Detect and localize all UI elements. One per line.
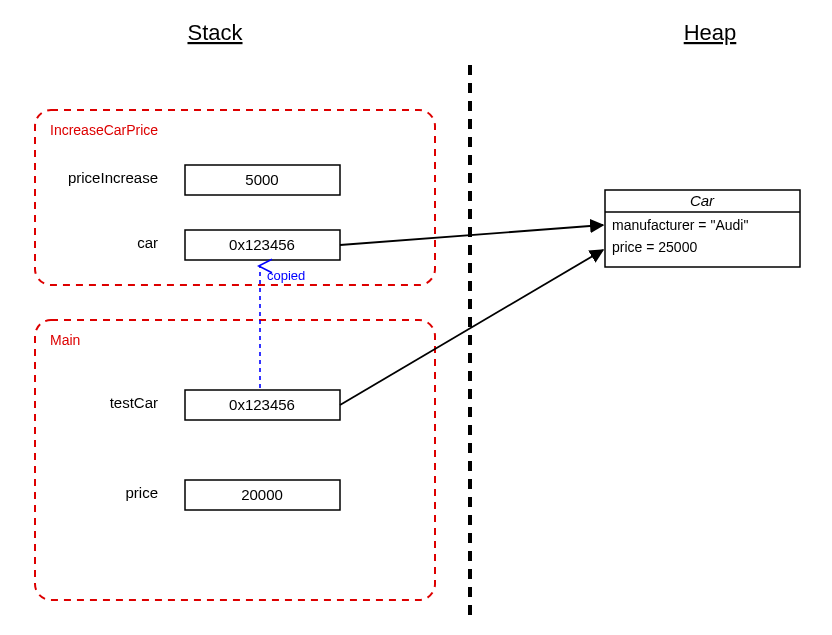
heap-object-field-1: price = 25000	[612, 239, 697, 255]
heap-title: Heap	[684, 20, 737, 45]
var-priceincrease-label: priceIncrease	[68, 169, 158, 186]
var-testcar-value: 0x123456	[229, 396, 295, 413]
var-car-value: 0x123456	[229, 236, 295, 253]
heap-object-car: Car manufacturer = "Audi" price = 25000	[605, 190, 800, 267]
var-car-label: car	[137, 234, 158, 251]
copied-label: copied	[267, 268, 305, 283]
frame-increasecarprice-label: IncreaseCarPrice	[50, 122, 158, 138]
pointer-testcar-to-heap	[340, 250, 603, 405]
frame-main	[35, 320, 435, 600]
var-price-label: price	[125, 484, 158, 501]
stack-heap-diagram: Stack Heap IncreaseCarPrice priceIncreas…	[0, 0, 832, 635]
stack-title: Stack	[187, 20, 243, 45]
frame-main-label: Main	[50, 332, 80, 348]
heap-object-field-0: manufacturer = "Audi"	[612, 217, 748, 233]
heap-object-classname: Car	[690, 192, 715, 209]
var-priceincrease-value: 5000	[245, 171, 278, 188]
var-testcar-label: testCar	[110, 394, 158, 411]
var-price-value: 20000	[241, 486, 283, 503]
